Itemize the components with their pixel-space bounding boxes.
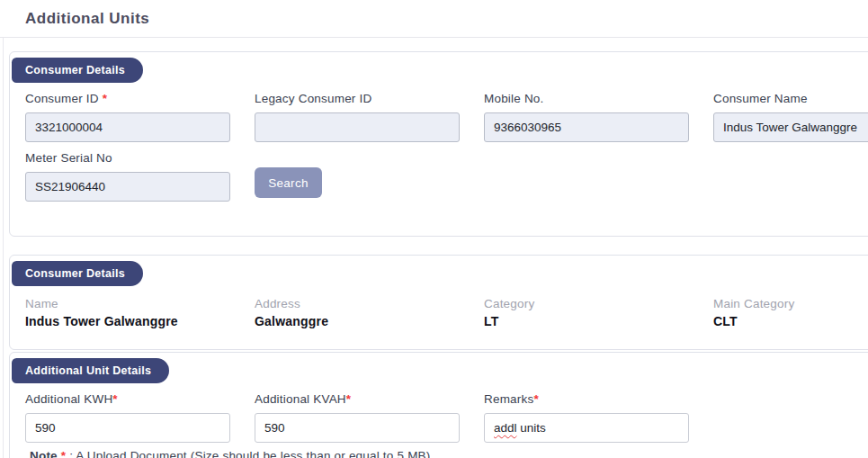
meter-serial-no-input[interactable] <box>25 172 230 202</box>
required-asterisk: * <box>112 392 117 406</box>
mobile-no-input[interactable] <box>484 112 689 142</box>
additional-kwh-label: Additional KWH* <box>25 392 230 406</box>
category-label: Category <box>484 297 689 310</box>
info-main-category: Main Category CLT <box>713 297 868 328</box>
additional-kvah-input[interactable] <box>255 413 460 443</box>
remarks-rest: units <box>517 421 546 435</box>
main-category-label: Main Category <box>713 297 868 310</box>
misspelled-word: addl <box>494 421 517 435</box>
consumer-details-badge-2: Consumer Details <box>12 261 143 286</box>
consumer-id-input[interactable] <box>25 112 230 142</box>
additional-kwh-input[interactable] <box>25 413 230 443</box>
remarks-input[interactable]: addl units <box>484 413 689 443</box>
field-additional-kvah: Additional KVAH* <box>255 392 460 443</box>
info-name: Name Indus Tower Galwanggre <box>25 297 230 328</box>
field-legacy-consumer-id: Legacy Consumer ID <box>255 92 460 142</box>
consumer-id-label: Consumer ID* <box>25 92 230 105</box>
page-title: Additional Units <box>25 10 149 28</box>
field-consumer-name: Consumer Name <box>713 92 868 142</box>
search-button[interactable]: Search <box>255 167 322 198</box>
category-value: LT <box>484 314 689 328</box>
address-label: Address <box>255 297 460 310</box>
field-remarks: Remarks* addl units <box>484 392 689 443</box>
additional-unit-body: Additional KWH* Additional KVAH* Remarks… <box>10 383 868 458</box>
left-divider-line <box>3 38 4 458</box>
field-mobile-no: Mobile No. <box>484 92 689 142</box>
legacy-consumer-id-input[interactable] <box>255 112 460 142</box>
consumer-name-input[interactable] <box>713 112 868 142</box>
main-category-value: CLT <box>713 314 868 328</box>
consumer-info-card: Consumer Details Name Indus Tower Galwan… <box>9 255 868 350</box>
consumer-info-body: Name Indus Tower Galwanggre Address Galw… <box>10 286 868 328</box>
required-asterisk: * <box>103 92 107 105</box>
field-meter-serial-no: Meter Serial No <box>25 151 230 202</box>
consumer-search-card: Consumer Details Consumer ID* Legacy Con… <box>9 51 868 237</box>
name-value: Indus Tower Galwanggre <box>25 314 230 328</box>
additional-unit-details-badge: Additional Unit Details <box>12 358 169 383</box>
additional-unit-card: Additional Unit Details Additional KWH* … <box>9 352 868 458</box>
field-consumer-id: Consumer ID* <box>25 92 230 142</box>
info-category: Category LT <box>484 297 689 328</box>
name-label: Name <box>25 297 230 310</box>
consumer-details-badge: Consumer Details <box>12 58 143 83</box>
legacy-consumer-id-label: Legacy Consumer ID <box>255 92 460 105</box>
meter-serial-no-label: Meter Serial No <box>25 151 230 165</box>
required-asterisk: * <box>346 392 351 406</box>
remarks-label: Remarks* <box>484 392 689 406</box>
page-header: Additional Units <box>0 0 868 38</box>
mobile-no-label: Mobile No. <box>484 92 689 105</box>
info-address: Address Galwanggre <box>255 297 460 328</box>
consumer-search-body: Consumer ID* Legacy Consumer ID Mobile N… <box>10 83 868 202</box>
required-asterisk: * <box>533 392 538 406</box>
content-area: Consumer Details Consumer ID* Legacy Con… <box>0 38 868 458</box>
additional-kvah-label: Additional KVAH* <box>255 392 460 406</box>
upload-note: Note * : A Upload Document (Size should … <box>30 448 868 458</box>
note-text: : A Upload Document (Size should be less… <box>66 449 430 458</box>
field-additional-kwh: Additional KWH* <box>25 392 230 443</box>
consumer-name-label: Consumer Name <box>713 92 868 105</box>
address-value: Galwanggre <box>255 314 460 328</box>
